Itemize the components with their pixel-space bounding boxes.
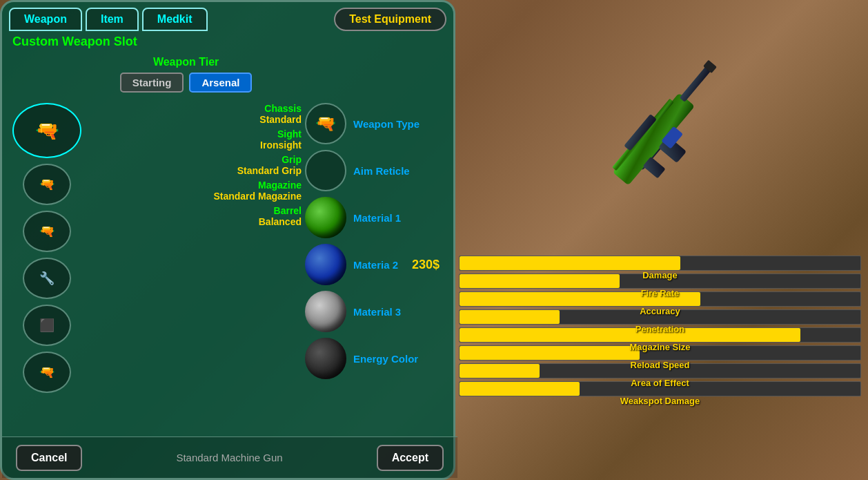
tab-test-equipment[interactable]: Test Equipment xyxy=(334,8,446,31)
weapon-display xyxy=(452,0,868,262)
bottom-bar: Cancel Standard Machine Gun Accept xyxy=(2,436,457,478)
weapon-name-label: Standard Machine Gun xyxy=(96,452,362,463)
material3-row: Material 3 xyxy=(305,291,443,332)
aim-reticle-ball[interactable] xyxy=(305,150,346,191)
svg-rect-3 xyxy=(679,66,711,102)
weapon-type-label: Weapon Type xyxy=(353,118,420,130)
chassis-label: Chassis xyxy=(92,103,302,114)
grip-label: Grip xyxy=(92,154,302,165)
stats-panel: Damage Fire Rate Accuracy Penetration xyxy=(459,256,861,425)
stat-bar-weakspot-fill xyxy=(460,382,580,396)
material1-ball[interactable] xyxy=(305,197,346,238)
stat-label-fire-rate: Fire Rate xyxy=(605,288,716,298)
stat-label-damage: Damage xyxy=(605,270,716,280)
material2-ball[interactable] xyxy=(305,244,346,285)
material3-label: Material 3 xyxy=(353,306,401,318)
standard-label: Standard xyxy=(92,114,302,125)
weapon-svg xyxy=(564,21,757,242)
energy-color-row: Energy Color xyxy=(305,338,443,379)
right-panel: Damage Fire Rate Accuracy Penetration xyxy=(452,0,868,480)
slot-label: Custom Weapon Slot xyxy=(12,35,443,49)
stat-label-accuracy: Accuracy xyxy=(605,306,716,316)
aim-reticle-row: Aim Reticle xyxy=(305,150,443,191)
weapon-type-ball[interactable]: 🔫 xyxy=(305,103,346,144)
stat-row-damage: Damage xyxy=(459,256,861,271)
balanced-label: Balanced xyxy=(92,216,302,227)
stat-bar-fire-rate-fill xyxy=(460,274,620,288)
materials-col: 🔫 Weapon Type Aim Reticle Material 1 xyxy=(305,99,443,393)
stat-bar-aoe-fill xyxy=(460,364,540,378)
weapon-slot-5[interactable]: ⬛ xyxy=(23,305,71,346)
weapon-slot-3[interactable]: 🔫 xyxy=(23,211,71,252)
accept-button[interactable]: Accept xyxy=(377,445,444,471)
magazine-label: Magazine xyxy=(92,180,302,191)
weapon-slot-4[interactable]: 🔧 xyxy=(23,258,71,299)
stat-label-magazine: Magazine Size xyxy=(605,342,716,352)
tab-bar: Weapon Item Medkit Test Equipment xyxy=(2,2,453,31)
weapon-slot-2[interactable]: 🔫 xyxy=(23,164,71,205)
material3-ball[interactable] xyxy=(305,291,346,332)
ironsight-label: Ironsight xyxy=(92,140,302,151)
stats-col: Chassis Standard Sight Ironsight Grip St… xyxy=(85,99,302,393)
weapon-slot-1[interactable]: 🔫 xyxy=(12,103,81,158)
arsenal-btn[interactable]: Arsenal xyxy=(189,73,252,93)
stat-bar-damage-container: Damage xyxy=(459,256,861,271)
energy-color-label: Energy Color xyxy=(353,353,418,365)
material1-row: Material 1 xyxy=(305,197,443,238)
weapon-slot-6[interactable]: 🔫 xyxy=(23,352,71,393)
aim-reticle-label: Aim Reticle xyxy=(353,165,410,177)
standard-grip-label: Standard Grip xyxy=(92,165,302,176)
material2-label: Materia 2 xyxy=(353,259,398,271)
tab-medkit[interactable]: Medkit xyxy=(142,8,208,31)
tab-item[interactable]: Item xyxy=(86,8,139,31)
cancel-button[interactable]: Cancel xyxy=(16,445,82,471)
energy-color-ball[interactable] xyxy=(305,338,346,379)
weapon-slots-col: 🔫 🔫 🔫 🔧 ⬛ 🔫 xyxy=(12,103,81,393)
sight-label: Sight xyxy=(92,128,302,140)
content-area: Custom Weapon Slot Weapon Tier Starting … xyxy=(2,31,453,400)
tab-weapon[interactable]: Weapon xyxy=(9,8,82,31)
stat-label-penetration: Penetration xyxy=(605,324,716,334)
stat-label-reload: Reload Speed xyxy=(605,360,716,370)
stat-label-aoe: Area of Effect xyxy=(605,378,716,388)
weapon-tier-row: Weapon Tier Starting Arsenal xyxy=(12,52,443,96)
standard-magazine-label: Standard Magazine xyxy=(92,191,302,202)
stats-section: Chassis Standard Sight Ironsight Grip St… xyxy=(92,103,302,227)
stat-bar-damage-fill xyxy=(460,256,680,270)
weapon-tier-label: Weapon Tier xyxy=(103,56,270,68)
price-label: 230$ xyxy=(412,258,440,272)
starting-btn[interactable]: Starting xyxy=(120,73,184,93)
weapon-type-row: 🔫 Weapon Type xyxy=(305,103,443,144)
stat-label-weakspot: Weakspot Damage xyxy=(605,396,716,406)
main-panel: Weapon Item Medkit Test Equipment Custom… xyxy=(0,0,455,480)
stat-bar-penetration-fill xyxy=(460,310,560,324)
barrel-label: Barrel xyxy=(92,205,302,216)
material1-label: Material 1 xyxy=(353,212,401,224)
